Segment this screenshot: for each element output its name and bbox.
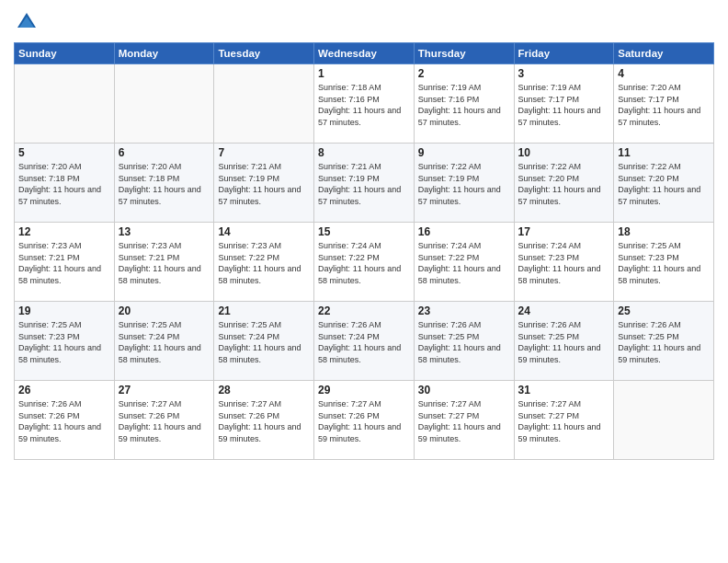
calendar-week-row: 5Sunrise: 7:20 AM Sunset: 7:18 PM Daylig… xyxy=(15,144,714,223)
day-info: Sunrise: 7:27 AM Sunset: 7:26 PM Dayligh… xyxy=(218,398,310,444)
day-info: Sunrise: 7:26 AM Sunset: 7:26 PM Dayligh… xyxy=(18,398,110,444)
day-info: Sunrise: 7:18 AM Sunset: 7:16 PM Dayligh… xyxy=(318,82,410,128)
calendar-cell: 8Sunrise: 7:21 AM Sunset: 7:19 PM Daylig… xyxy=(314,144,415,223)
day-number: 19 xyxy=(18,304,110,317)
calendar-cell: 24Sunrise: 7:26 AM Sunset: 7:25 PM Dayli… xyxy=(514,302,614,381)
calendar-week-row: 12Sunrise: 7:23 AM Sunset: 7:21 PM Dayli… xyxy=(15,223,714,302)
day-number: 17 xyxy=(518,225,610,238)
calendar-header-thursday: Thursday xyxy=(414,43,514,64)
calendar-cell: 9Sunrise: 7:22 AM Sunset: 7:19 PM Daylig… xyxy=(414,144,514,223)
day-number: 8 xyxy=(318,146,410,159)
calendar-cell: 18Sunrise: 7:25 AM Sunset: 7:23 PM Dayli… xyxy=(614,223,714,302)
day-info: Sunrise: 7:27 AM Sunset: 7:26 PM Dayligh… xyxy=(318,398,410,444)
calendar-cell: 30Sunrise: 7:27 AM Sunset: 7:27 PM Dayli… xyxy=(414,381,514,460)
day-info: Sunrise: 7:26 AM Sunset: 7:25 PM Dayligh… xyxy=(518,319,610,365)
calendar-cell: 22Sunrise: 7:26 AM Sunset: 7:24 PM Dayli… xyxy=(314,302,415,381)
day-info: Sunrise: 7:27 AM Sunset: 7:27 PM Dayligh… xyxy=(518,398,610,444)
day-info: Sunrise: 7:25 AM Sunset: 7:23 PM Dayligh… xyxy=(18,319,110,365)
calendar-cell xyxy=(214,64,314,144)
day-number: 27 xyxy=(119,384,210,396)
day-info: Sunrise: 7:25 AM Sunset: 7:24 PM Dayligh… xyxy=(119,319,210,365)
calendar-header-saturday: Saturday xyxy=(614,43,714,64)
calendar-cell: 6Sunrise: 7:20 AM Sunset: 7:18 PM Daylig… xyxy=(114,144,214,223)
calendar-header-row: SundayMondayTuesdayWednesdayThursdayFrid… xyxy=(15,43,714,64)
day-number: 31 xyxy=(518,384,610,396)
calendar-cell: 27Sunrise: 7:27 AM Sunset: 7:26 PM Dayli… xyxy=(114,381,214,460)
day-info: Sunrise: 7:27 AM Sunset: 7:26 PM Dayligh… xyxy=(119,398,210,444)
calendar-cell: 15Sunrise: 7:24 AM Sunset: 7:22 PM Dayli… xyxy=(314,223,415,302)
day-number: 16 xyxy=(418,225,510,238)
calendar-cell xyxy=(614,381,714,460)
day-number: 15 xyxy=(318,225,410,238)
day-info: Sunrise: 7:22 AM Sunset: 7:20 PM Dayligh… xyxy=(618,161,710,207)
day-info: Sunrise: 7:22 AM Sunset: 7:20 PM Dayligh… xyxy=(518,161,610,207)
day-number: 11 xyxy=(618,146,710,159)
day-info: Sunrise: 7:19 AM Sunset: 7:17 PM Dayligh… xyxy=(518,82,610,128)
calendar-week-row: 1Sunrise: 7:18 AM Sunset: 7:16 PM Daylig… xyxy=(15,64,714,144)
calendar-header-tuesday: Tuesday xyxy=(214,43,314,64)
calendar-cell: 28Sunrise: 7:27 AM Sunset: 7:26 PM Dayli… xyxy=(214,381,314,460)
day-number: 29 xyxy=(318,384,410,396)
calendar-cell: 2Sunrise: 7:19 AM Sunset: 7:16 PM Daylig… xyxy=(414,64,514,144)
day-number: 4 xyxy=(618,67,710,80)
calendar-cell: 19Sunrise: 7:25 AM Sunset: 7:23 PM Dayli… xyxy=(15,302,115,381)
day-number: 13 xyxy=(119,225,210,238)
logo xyxy=(14,9,43,35)
calendar-cell: 31Sunrise: 7:27 AM Sunset: 7:27 PM Dayli… xyxy=(514,381,614,460)
calendar-cell: 10Sunrise: 7:22 AM Sunset: 7:20 PM Dayli… xyxy=(514,144,614,223)
day-number: 23 xyxy=(418,304,510,317)
header xyxy=(14,9,714,35)
day-number: 2 xyxy=(418,67,510,80)
day-info: Sunrise: 7:21 AM Sunset: 7:19 PM Dayligh… xyxy=(318,161,410,207)
calendar-cell: 17Sunrise: 7:24 AM Sunset: 7:23 PM Dayli… xyxy=(514,223,614,302)
calendar-cell: 4Sunrise: 7:20 AM Sunset: 7:17 PM Daylig… xyxy=(614,64,714,144)
calendar-cell: 16Sunrise: 7:24 AM Sunset: 7:22 PM Dayli… xyxy=(414,223,514,302)
logo-icon xyxy=(14,9,40,35)
calendar-cell xyxy=(114,64,214,144)
day-number: 12 xyxy=(18,225,110,238)
day-info: Sunrise: 7:24 AM Sunset: 7:22 PM Dayligh… xyxy=(318,240,410,286)
calendar-week-row: 26Sunrise: 7:26 AM Sunset: 7:26 PM Dayli… xyxy=(15,381,714,460)
day-info: Sunrise: 7:26 AM Sunset: 7:25 PM Dayligh… xyxy=(418,319,510,365)
calendar-header-wednesday: Wednesday xyxy=(314,43,415,64)
day-number: 9 xyxy=(418,146,510,159)
day-number: 3 xyxy=(518,67,610,80)
calendar-cell: 23Sunrise: 7:26 AM Sunset: 7:25 PM Dayli… xyxy=(414,302,514,381)
calendar-cell: 26Sunrise: 7:26 AM Sunset: 7:26 PM Dayli… xyxy=(15,381,115,460)
day-number: 18 xyxy=(618,225,710,238)
day-info: Sunrise: 7:27 AM Sunset: 7:27 PM Dayligh… xyxy=(418,398,510,444)
day-number: 26 xyxy=(18,384,110,396)
day-number: 21 xyxy=(218,304,310,317)
calendar-cell: 25Sunrise: 7:26 AM Sunset: 7:25 PM Dayli… xyxy=(614,302,714,381)
calendar-cell: 14Sunrise: 7:23 AM Sunset: 7:22 PM Dayli… xyxy=(214,223,314,302)
day-number: 6 xyxy=(119,146,210,159)
day-number: 7 xyxy=(218,146,310,159)
calendar-cell: 12Sunrise: 7:23 AM Sunset: 7:21 PM Dayli… xyxy=(15,223,115,302)
day-info: Sunrise: 7:23 AM Sunset: 7:22 PM Dayligh… xyxy=(218,240,310,286)
day-info: Sunrise: 7:20 AM Sunset: 7:18 PM Dayligh… xyxy=(18,161,110,207)
day-number: 22 xyxy=(318,304,410,317)
day-info: Sunrise: 7:23 AM Sunset: 7:21 PM Dayligh… xyxy=(119,240,210,286)
calendar-cell: 11Sunrise: 7:22 AM Sunset: 7:20 PM Dayli… xyxy=(614,144,714,223)
calendar-cell: 21Sunrise: 7:25 AM Sunset: 7:24 PM Dayli… xyxy=(214,302,314,381)
calendar-week-row: 19Sunrise: 7:25 AM Sunset: 7:23 PM Dayli… xyxy=(15,302,714,381)
day-info: Sunrise: 7:25 AM Sunset: 7:23 PM Dayligh… xyxy=(618,240,710,286)
calendar-cell: 1Sunrise: 7:18 AM Sunset: 7:16 PM Daylig… xyxy=(314,64,415,144)
day-number: 28 xyxy=(218,384,310,396)
day-number: 1 xyxy=(318,67,410,80)
day-info: Sunrise: 7:20 AM Sunset: 7:17 PM Dayligh… xyxy=(618,82,710,128)
day-info: Sunrise: 7:23 AM Sunset: 7:21 PM Dayligh… xyxy=(18,240,110,286)
day-info: Sunrise: 7:26 AM Sunset: 7:24 PM Dayligh… xyxy=(318,319,410,365)
day-info: Sunrise: 7:26 AM Sunset: 7:25 PM Dayligh… xyxy=(618,319,710,365)
calendar-cell xyxy=(15,64,115,144)
day-info: Sunrise: 7:21 AM Sunset: 7:19 PM Dayligh… xyxy=(218,161,310,207)
day-number: 24 xyxy=(518,304,610,317)
calendar-cell: 3Sunrise: 7:19 AM Sunset: 7:17 PM Daylig… xyxy=(514,64,614,144)
day-number: 5 xyxy=(18,146,110,159)
day-number: 14 xyxy=(218,225,310,238)
day-info: Sunrise: 7:24 AM Sunset: 7:22 PM Dayligh… xyxy=(418,240,510,286)
day-info: Sunrise: 7:22 AM Sunset: 7:19 PM Dayligh… xyxy=(418,161,510,207)
day-number: 30 xyxy=(418,384,510,396)
calendar-header-monday: Monday xyxy=(114,43,214,64)
page: SundayMondayTuesdayWednesdayThursdayFrid… xyxy=(0,0,728,563)
